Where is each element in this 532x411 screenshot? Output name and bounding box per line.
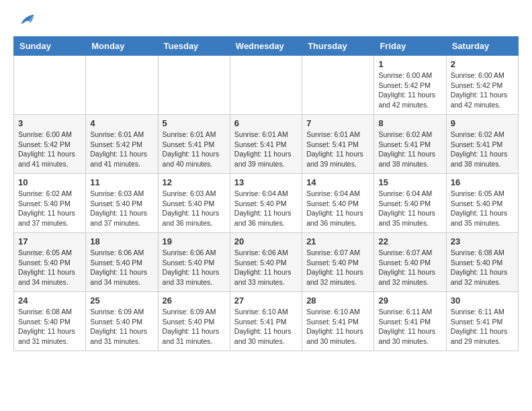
day-info: Sunrise: 6:01 AMSunset: 5:41 PMDaylight:…: [163, 130, 226, 169]
calendar-cell: 12Sunrise: 6:03 AMSunset: 5:40 PMDayligh…: [158, 174, 230, 233]
day-info: Sunrise: 6:00 AMSunset: 5:42 PMDaylight:…: [18, 130, 81, 169]
logo: [13, 11, 35, 30]
day-info: Sunrise: 6:00 AMSunset: 5:42 PMDaylight:…: [451, 71, 514, 110]
calendar-cell: [14, 56, 86, 115]
day-number: 6: [234, 118, 298, 128]
day-info: Sunrise: 6:01 AMSunset: 5:41 PMDaylight:…: [306, 130, 369, 169]
day-number: 23: [451, 236, 514, 246]
day-number: 22: [378, 236, 441, 246]
day-number: 30: [451, 295, 514, 306]
day-number: 2: [451, 59, 514, 69]
day-info: Sunrise: 6:10 AMSunset: 5:41 PMDaylight:…: [234, 307, 298, 347]
day-of-week-header: Monday: [86, 37, 158, 56]
calendar-cell: 14Sunrise: 6:04 AMSunset: 5:40 PMDayligh…: [302, 174, 374, 233]
calendar-cell: 5Sunrise: 6:01 AMSunset: 5:41 PMDaylight…: [158, 115, 230, 174]
day-info: Sunrise: 6:08 AMSunset: 5:40 PMDaylight:…: [18, 307, 81, 347]
calendar-cell: 1Sunrise: 6:00 AMSunset: 5:42 PMDaylight…: [374, 56, 446, 115]
day-info: Sunrise: 6:06 AMSunset: 5:40 PMDaylight:…: [163, 248, 226, 287]
calendar-cell: [302, 56, 374, 115]
day-of-week-header: Friday: [374, 37, 446, 56]
calendar-cell: 9Sunrise: 6:02 AMSunset: 5:41 PMDaylight…: [446, 115, 518, 174]
calendar-cell: 15Sunrise: 6:04 AMSunset: 5:40 PMDayligh…: [374, 174, 446, 233]
day-of-week-header: Thursday: [302, 37, 374, 56]
day-info: Sunrise: 6:01 AMSunset: 5:41 PMDaylight:…: [234, 130, 298, 169]
day-number: 11: [90, 177, 153, 187]
day-of-week-header: Tuesday: [158, 37, 230, 56]
header: [13, 11, 519, 30]
calendar-week-row: 1Sunrise: 6:00 AMSunset: 5:42 PMDaylight…: [14, 56, 519, 115]
day-info: Sunrise: 6:06 AMSunset: 5:40 PMDaylight:…: [90, 248, 153, 287]
day-number: 4: [90, 118, 153, 128]
calendar-cell: 21Sunrise: 6:07 AMSunset: 5:40 PMDayligh…: [302, 233, 374, 292]
calendar-cell: 27Sunrise: 6:10 AMSunset: 5:41 PMDayligh…: [230, 292, 302, 351]
day-number: 3: [18, 118, 81, 128]
day-number: 27: [234, 295, 298, 306]
day-info: Sunrise: 6:03 AMSunset: 5:40 PMDaylight:…: [163, 189, 226, 228]
calendar-cell: 8Sunrise: 6:02 AMSunset: 5:41 PMDaylight…: [374, 115, 446, 174]
calendar-cell: 26Sunrise: 6:09 AMSunset: 5:40 PMDayligh…: [158, 292, 230, 351]
calendar-cell: 19Sunrise: 6:06 AMSunset: 5:40 PMDayligh…: [158, 233, 230, 292]
calendar: SundayMondayTuesdayWednesdayThursdayFrid…: [13, 36, 519, 351]
calendar-header-row: SundayMondayTuesdayWednesdayThursdayFrid…: [14, 37, 519, 56]
calendar-cell: 3Sunrise: 6:00 AMSunset: 5:42 PMDaylight…: [14, 115, 86, 174]
calendar-cell: 23Sunrise: 6:08 AMSunset: 5:40 PMDayligh…: [446, 233, 518, 292]
calendar-cell: 4Sunrise: 6:01 AMSunset: 5:42 PMDaylight…: [86, 115, 158, 174]
calendar-cell: 24Sunrise: 6:08 AMSunset: 5:40 PMDayligh…: [14, 292, 86, 351]
calendar-week-row: 3Sunrise: 6:00 AMSunset: 5:42 PMDaylight…: [14, 115, 519, 174]
day-number: 5: [163, 118, 226, 128]
calendar-cell: 10Sunrise: 6:02 AMSunset: 5:40 PMDayligh…: [14, 174, 86, 233]
day-number: 28: [306, 295, 369, 306]
calendar-week-row: 17Sunrise: 6:05 AMSunset: 5:40 PMDayligh…: [14, 233, 519, 292]
calendar-cell: 11Sunrise: 6:03 AMSunset: 5:40 PMDayligh…: [86, 174, 158, 233]
calendar-week-row: 10Sunrise: 6:02 AMSunset: 5:40 PMDayligh…: [14, 174, 519, 233]
day-info: Sunrise: 6:02 AMSunset: 5:41 PMDaylight:…: [451, 130, 514, 169]
day-info: Sunrise: 6:04 AMSunset: 5:40 PMDaylight:…: [234, 189, 298, 228]
day-number: 17: [18, 236, 81, 246]
calendar-cell: 2Sunrise: 6:00 AMSunset: 5:42 PMDaylight…: [446, 56, 518, 115]
day-info: Sunrise: 6:00 AMSunset: 5:42 PMDaylight:…: [378, 71, 441, 110]
calendar-cell: 17Sunrise: 6:05 AMSunset: 5:40 PMDayligh…: [14, 233, 86, 292]
day-of-week-header: Wednesday: [230, 37, 302, 56]
day-info: Sunrise: 6:05 AMSunset: 5:40 PMDaylight:…: [18, 248, 81, 287]
calendar-cell: 20Sunrise: 6:06 AMSunset: 5:40 PMDayligh…: [230, 233, 302, 292]
day-info: Sunrise: 6:04 AMSunset: 5:40 PMDaylight:…: [378, 189, 441, 228]
day-info: Sunrise: 6:02 AMSunset: 5:40 PMDaylight:…: [18, 189, 81, 228]
day-info: Sunrise: 6:04 AMSunset: 5:40 PMDaylight:…: [306, 189, 369, 228]
calendar-cell: 22Sunrise: 6:07 AMSunset: 5:40 PMDayligh…: [374, 233, 446, 292]
day-number: 16: [451, 177, 514, 187]
day-number: 7: [306, 118, 369, 128]
calendar-cell: 13Sunrise: 6:04 AMSunset: 5:40 PMDayligh…: [230, 174, 302, 233]
day-info: Sunrise: 6:09 AMSunset: 5:40 PMDaylight:…: [163, 307, 226, 347]
page: SundayMondayTuesdayWednesdayThursdayFrid…: [0, 0, 532, 362]
day-number: 24: [18, 295, 81, 306]
day-info: Sunrise: 6:05 AMSunset: 5:40 PMDaylight:…: [451, 189, 514, 228]
day-number: 13: [234, 177, 298, 187]
day-info: Sunrise: 6:09 AMSunset: 5:40 PMDaylight:…: [90, 307, 153, 347]
day-number: 18: [90, 236, 153, 246]
calendar-cell: 7Sunrise: 6:01 AMSunset: 5:41 PMDaylight…: [302, 115, 374, 174]
day-number: 20: [234, 236, 298, 246]
day-info: Sunrise: 6:11 AMSunset: 5:41 PMDaylight:…: [378, 307, 441, 347]
day-info: Sunrise: 6:02 AMSunset: 5:41 PMDaylight:…: [378, 130, 441, 169]
day-number: 10: [18, 177, 81, 187]
calendar-cell: 29Sunrise: 6:11 AMSunset: 5:41 PMDayligh…: [374, 292, 446, 351]
calendar-cell: 18Sunrise: 6:06 AMSunset: 5:40 PMDayligh…: [86, 233, 158, 292]
day-info: Sunrise: 6:07 AMSunset: 5:40 PMDaylight:…: [378, 248, 441, 287]
day-number: 9: [451, 118, 514, 128]
calendar-cell: 16Sunrise: 6:05 AMSunset: 5:40 PMDayligh…: [446, 174, 518, 233]
day-number: 19: [163, 236, 226, 246]
calendar-week-row: 24Sunrise: 6:08 AMSunset: 5:40 PMDayligh…: [14, 292, 519, 351]
calendar-cell: 25Sunrise: 6:09 AMSunset: 5:40 PMDayligh…: [86, 292, 158, 351]
day-of-week-header: Sunday: [14, 37, 86, 56]
day-number: 26: [163, 295, 226, 306]
day-info: Sunrise: 6:11 AMSunset: 5:41 PMDaylight:…: [451, 307, 514, 347]
calendar-cell: [230, 56, 302, 115]
day-number: 25: [90, 295, 153, 306]
day-number: 12: [163, 177, 226, 187]
day-info: Sunrise: 6:06 AMSunset: 5:40 PMDaylight:…: [234, 248, 298, 287]
calendar-cell: 6Sunrise: 6:01 AMSunset: 5:41 PMDaylight…: [230, 115, 302, 174]
day-number: 1: [378, 59, 441, 69]
day-info: Sunrise: 6:07 AMSunset: 5:40 PMDaylight:…: [306, 248, 369, 287]
day-number: 21: [306, 236, 369, 246]
day-info: Sunrise: 6:08 AMSunset: 5:40 PMDaylight:…: [451, 248, 514, 287]
